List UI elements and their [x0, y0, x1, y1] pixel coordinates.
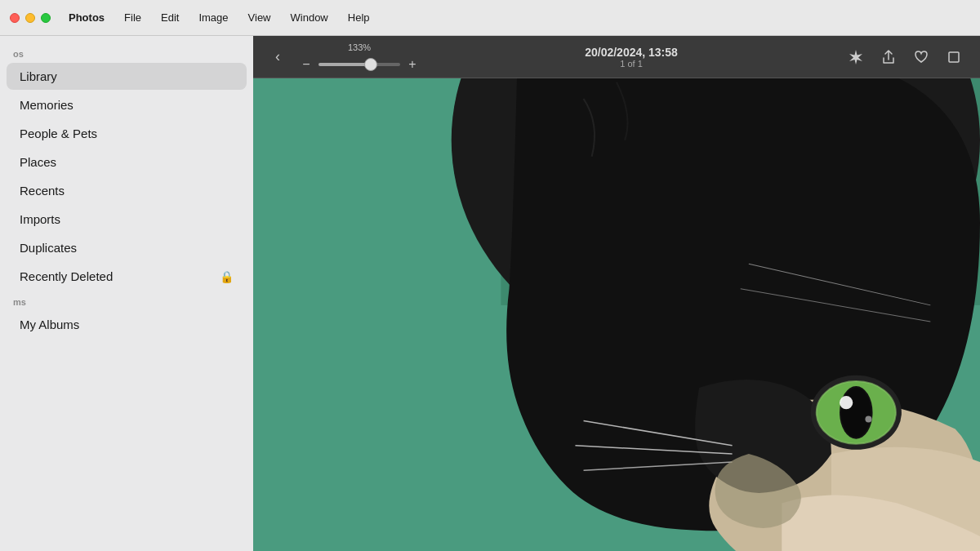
svg-rect-0	[949, 52, 959, 62]
toolbar-left: ‹ 133% − +	[266, 42, 420, 72]
viewer: ‹ 133% − + 20/02/2024, 13:58 1 of 1	[253, 36, 980, 551]
sidebar-library-label: Library	[20, 69, 57, 83]
sidebar-imports-label: Imports	[20, 212, 60, 226]
sidebar: os Library Memories People & Pets Places…	[0, 36, 253, 551]
sidebar-duplicates-label: Duplicates	[20, 241, 77, 255]
nav-back-button[interactable]: ‹	[266, 46, 289, 69]
sidebar-recents-label: Recents	[20, 184, 65, 198]
sidebar-section1-label: os	[0, 42, 253, 62]
toolbar-right	[843, 44, 967, 70]
lock-icon: 🔒	[220, 270, 234, 283]
sidebar-memories-label: Memories	[20, 98, 74, 112]
menu-image[interactable]: Image	[190, 8, 236, 27]
sidebar-item-places[interactable]: Places	[7, 149, 247, 176]
zoom-minus-button[interactable]: −	[299, 57, 314, 72]
enhance-button[interactable]	[843, 44, 869, 70]
sidebar-section2-label: ms	[0, 291, 253, 310]
zoom-slider[interactable]	[318, 63, 400, 66]
traffic-lights	[0, 13, 60, 23]
sidebar-item-people-pets[interactable]: People & Pets	[7, 120, 247, 147]
main-content: os Library Memories People & Pets Places…	[0, 36, 980, 551]
svg-point-8	[840, 396, 853, 409]
cat-svg	[253, 78, 980, 551]
sidebar-item-library[interactable]: Library	[7, 63, 247, 90]
sidebar-item-duplicates[interactable]: Duplicates	[7, 234, 247, 261]
zoom-plus-button[interactable]: +	[405, 57, 420, 72]
svg-point-9	[865, 415, 871, 422]
sidebar-item-recents[interactable]: Recents	[7, 177, 247, 204]
sidebar-item-recently-deleted[interactable]: Recently Deleted 🔒	[7, 263, 247, 290]
close-button[interactable]	[10, 13, 20, 23]
menu-view[interactable]: View	[240, 8, 279, 27]
app-name-menu[interactable]: Photos	[60, 8, 113, 27]
cat-photo	[253, 78, 980, 551]
crop-button[interactable]	[941, 44, 967, 70]
maximize-button[interactable]	[41, 13, 51, 23]
sidebar-item-memories[interactable]: Memories	[7, 91, 247, 118]
menu-edit[interactable]: Edit	[153, 8, 187, 27]
sidebar-item-imports[interactable]: Imports	[7, 206, 247, 233]
zoom-slider-row: − +	[299, 57, 420, 72]
sidebar-my-albums-label: My Albums	[20, 318, 79, 331]
favorite-button[interactable]	[908, 44, 934, 70]
svg-point-7	[841, 388, 871, 438]
menu-help[interactable]: Help	[340, 8, 378, 27]
photo-area	[253, 78, 980, 551]
sidebar-recently-deleted-label: Recently Deleted	[20, 269, 113, 283]
sidebar-places-label: Places	[20, 155, 56, 169]
zoom-label: 133%	[348, 42, 371, 52]
sidebar-people-pets-label: People & Pets	[20, 127, 97, 140]
menu-items: Photos File Edit Image View Window Help	[60, 8, 980, 27]
minimize-button[interactable]	[25, 13, 35, 23]
sidebar-item-my-albums[interactable]: My Albums	[7, 311, 247, 338]
toolbar: ‹ 133% − + 20/02/2024, 13:58 1 of 1	[253, 36, 980, 78]
menu-window[interactable]: Window	[283, 8, 336, 27]
toolbar-center: 20/02/2024, 13:58 1 of 1	[585, 46, 678, 69]
menu-file[interactable]: File	[116, 8, 149, 27]
photo-date: 20/02/2024, 13:58	[585, 46, 678, 59]
share-button[interactable]	[875, 44, 902, 70]
zoom-control: 133% − +	[299, 42, 420, 72]
menu-bar: Photos File Edit Image View Window Help	[0, 0, 980, 36]
photo-count: 1 of 1	[620, 59, 643, 69]
